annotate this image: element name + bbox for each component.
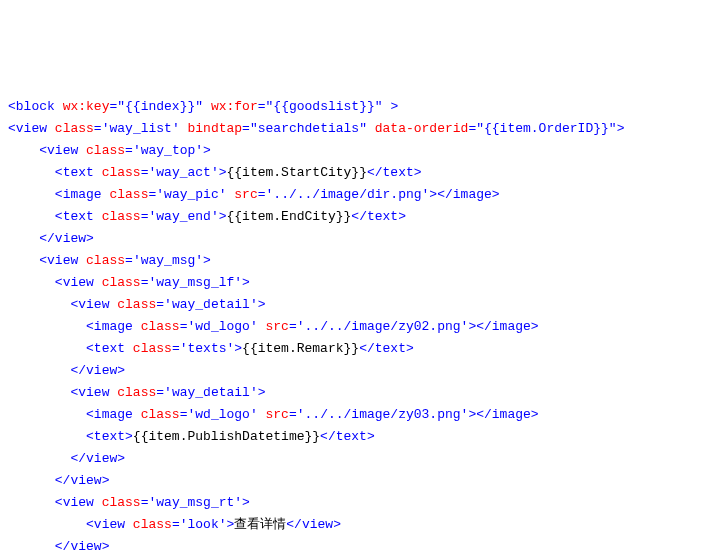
- token-tag: text: [375, 341, 406, 356]
- token-tag: text: [336, 429, 367, 444]
- code-line[interactable]: <text class='way_end'>{{item.EndCity}}</…: [8, 206, 711, 228]
- token-punc: <: [55, 187, 63, 202]
- token-punc: >: [617, 121, 625, 136]
- token-attr-val: 'wd_logo': [187, 319, 257, 334]
- token-tag: block: [16, 99, 55, 114]
- token-punc: </: [286, 517, 302, 532]
- token-tag: image: [63, 187, 102, 202]
- token-plain: [133, 319, 141, 334]
- code-line[interactable]: <view class='way_top'>: [8, 140, 711, 162]
- token-tag: view: [86, 451, 117, 466]
- token-text-content: {{item.StartCity}}: [227, 165, 367, 180]
- token-punc: <: [86, 517, 94, 532]
- token-punc: </: [70, 451, 86, 466]
- token-tag: text: [94, 429, 125, 444]
- token-plain: [94, 165, 102, 180]
- token-tag: view: [94, 517, 125, 532]
- token-attr-val: 'wd_logo': [187, 407, 257, 422]
- token-attr-val: "{{goodslist}}": [266, 99, 383, 114]
- token-attr-val: 'way_msg_lf': [148, 275, 242, 290]
- code-line[interactable]: <text class='texts'>{{item.Remark}}</tex…: [8, 338, 711, 360]
- token-attr-val: "searchdetials": [250, 121, 367, 136]
- code-line[interactable]: <image class='wd_logo' src='../../image/…: [8, 404, 711, 426]
- token-punc: <: [39, 143, 47, 158]
- token-tag: view: [47, 143, 78, 158]
- token-tag: image: [453, 187, 492, 202]
- token-plain: [78, 143, 86, 158]
- token-punc: >: [390, 99, 398, 114]
- token-attr-eq: =: [156, 385, 164, 400]
- token-punc: <: [86, 341, 94, 356]
- token-punc: >: [242, 275, 250, 290]
- token-tag: view: [47, 253, 78, 268]
- token-attr-val: 'way_end': [148, 209, 218, 224]
- token-plain: [94, 275, 102, 290]
- code-line[interactable]: <view class='way_list' bindtap="searchde…: [8, 118, 711, 140]
- token-attr-eq: =: [125, 253, 133, 268]
- code-line[interactable]: <image class='wd_logo' src='../../image/…: [8, 316, 711, 338]
- code-line[interactable]: </view>: [8, 536, 711, 550]
- token-punc: </: [55, 473, 71, 488]
- token-attr-eq: =: [125, 143, 133, 158]
- token-attr-eq: =: [172, 341, 180, 356]
- token-punc: </: [39, 231, 55, 246]
- token-attr-val: "{{index}}": [117, 99, 203, 114]
- token-punc: </: [351, 209, 367, 224]
- token-tag: view: [70, 539, 101, 550]
- token-plain: [47, 121, 55, 136]
- code-line[interactable]: <view class='way_detail'>: [8, 294, 711, 316]
- token-punc: <: [55, 495, 63, 510]
- code-line[interactable]: <text class='way_act'>{{item.StartCity}}…: [8, 162, 711, 184]
- token-tag: view: [55, 231, 86, 246]
- token-attr-val: "{{item.OrderID}}": [476, 121, 616, 136]
- token-plain: [125, 517, 133, 532]
- code-line[interactable]: <image class='way_pic' src='../../image/…: [8, 184, 711, 206]
- code-line[interactable]: <block wx:key="{{index}}" wx:for="{{good…: [8, 96, 711, 118]
- token-tag: text: [367, 209, 398, 224]
- token-text-content: {{item.PublishDatetime}}: [133, 429, 320, 444]
- token-punc: >: [86, 231, 94, 246]
- code-line[interactable]: <view class='look'>查看详情</view>: [8, 514, 711, 536]
- token-punc: </: [70, 363, 86, 378]
- code-line[interactable]: <view class='way_msg_lf'>: [8, 272, 711, 294]
- token-attr-val: '../../image/zy02.png': [297, 319, 469, 334]
- token-tag: text: [63, 209, 94, 224]
- token-punc: >: [406, 341, 414, 356]
- token-punc: </: [320, 429, 336, 444]
- token-plain: [203, 99, 211, 114]
- token-punc: >: [219, 209, 227, 224]
- token-attr-name: class: [102, 209, 141, 224]
- code-block: <block wx:key="{{index}}" wx:for="{{good…: [8, 96, 711, 550]
- token-plain: [180, 121, 188, 136]
- token-tag: view: [78, 385, 109, 400]
- code-line[interactable]: </view>: [8, 470, 711, 492]
- token-punc: <: [39, 253, 47, 268]
- token-punc: >: [414, 165, 422, 180]
- code-line[interactable]: <view class='way_msg_rt'>: [8, 492, 711, 514]
- code-line[interactable]: </view>: [8, 360, 711, 382]
- token-punc: >: [531, 319, 539, 334]
- token-punc: >: [203, 143, 211, 158]
- token-punc: <: [86, 429, 94, 444]
- token-plain: [55, 99, 63, 114]
- token-attr-name: class: [117, 385, 156, 400]
- code-line[interactable]: </view>: [8, 228, 711, 250]
- token-punc: >: [234, 341, 242, 356]
- token-attr-eq: =: [242, 121, 250, 136]
- token-punc: </: [359, 341, 375, 356]
- code-line[interactable]: <view class='way_msg'>: [8, 250, 711, 272]
- token-attr-val: '../../image/dir.png': [266, 187, 430, 202]
- token-tag: text: [63, 165, 94, 180]
- token-attr-name: class: [86, 253, 125, 268]
- token-attr-val: '../../image/zy03.png': [297, 407, 469, 422]
- token-attr-name: class: [117, 297, 156, 312]
- code-line[interactable]: <view class='way_detail'>: [8, 382, 711, 404]
- token-tag: text: [383, 165, 414, 180]
- code-line[interactable]: </view>: [8, 448, 711, 470]
- token-attr-val: 'way_detail': [164, 297, 258, 312]
- code-line[interactable]: <text>{{item.PublishDatetime}}</text>: [8, 426, 711, 448]
- token-attr-name: class: [102, 275, 141, 290]
- token-text-content: {{item.Remark}}: [242, 341, 359, 356]
- token-attr-eq: =: [258, 187, 266, 202]
- token-punc: >: [531, 407, 539, 422]
